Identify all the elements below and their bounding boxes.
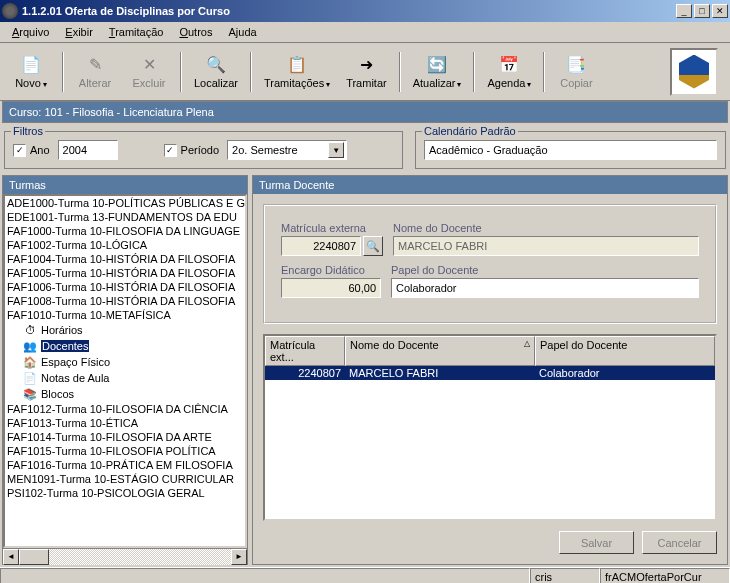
turmas-header: Turmas [3,176,247,194]
magnifier-icon: 🔍 [366,240,380,253]
ano-input[interactable] [58,140,118,160]
periodo-select[interactable]: 2o. Semestre ▼ [227,140,347,160]
people-icon: 👥 [23,339,37,353]
list-item[interactable]: FAF1013-Turma 10-ÉTICA [5,416,245,430]
scroll-left-button[interactable]: ◄ [3,549,19,565]
institution-logo [670,48,718,96]
minimize-button[interactable]: _ [676,4,692,18]
forward-icon: ➜ [356,55,376,75]
new-icon: 📄 [21,55,41,75]
papel-input[interactable] [391,278,699,298]
cancelar-button[interactable]: Cancelar [642,531,717,554]
calendar-icon: 📅 [499,55,519,75]
status-user: cris [530,568,600,583]
list-item[interactable]: FAF1010-Turma 10-METAFÍSICA [5,308,245,322]
calendario-input[interactable] [424,140,717,160]
list-item[interactable]: FAF1015-Turma 10-FILOSOFIA POLÍTICA [5,444,245,458]
delete-icon: ✕ [139,55,159,75]
salvar-button[interactable]: Salvar [559,531,634,554]
menubar: Arquivo Exibir Tramitação Outros Ajuda [0,22,730,43]
scroll-thumb[interactable] [19,549,49,565]
docentes-item[interactable]: 👥Docentes [5,338,245,354]
window-title: 1.1.2.01 Oferta de Disciplinas por Curso [22,5,676,17]
filtros-legend: Filtros [11,125,45,137]
list-item[interactable]: FAF1008-Turma 10-HISTÓRIA DA FILOSOFIA [5,294,245,308]
menu-outros[interactable]: Outros [171,24,220,40]
encargo-input[interactable] [281,278,381,298]
horarios-item[interactable]: ⏱Horários [5,322,245,338]
dropdown-icon: ▼ [328,142,344,158]
list-item[interactable]: MEN1091-Turma 10-ESTÁGIO CURRICULAR [5,472,245,486]
col-matricula[interactable]: Matrícula ext... [265,336,345,366]
list-icon: 📋 [287,55,307,75]
scroll-right-button[interactable]: ► [231,549,247,565]
copy-icon: 📑 [566,55,586,75]
list-item[interactable]: FAF1005-Turma 10-HISTÓRIA DA FILOSOFIA [5,266,245,280]
list-item[interactable]: EDE1001-Turma 13-FUNDAMENTOS DA EDU [5,210,245,224]
nome-input [393,236,699,256]
matricula-label: Matrícula externa [281,222,383,234]
list-item[interactable]: FAF1014-Turma 10-FILOSOFIA DA ARTE [5,430,245,444]
list-item[interactable]: FAF1016-Turma 10-PRÁTICA EM FILOSOFIA [5,458,245,472]
papel-label: Papel do Docente [391,264,699,276]
menu-arquivo[interactable]: Arquivo [4,24,57,40]
building-icon: 🏠 [23,355,37,369]
maximize-button[interactable]: □ [694,4,710,18]
edit-icon: ✎ [85,55,105,75]
matricula-input[interactable] [281,236,361,256]
docentes-grid[interactable]: Matrícula ext... Nome do Docente△ Papel … [263,334,717,521]
list-item[interactable]: PSI102-Turma 10-PSICOLOGIA GERAL [5,486,245,500]
turmas-panel: Turmas ADE1000-Turma 10-POLÍTICAS PÚBLIC… [2,175,248,565]
col-papel[interactable]: Papel do Docente [535,336,715,366]
filtros-fieldset: Filtros ✓Ano ✓Período 2o. Semestre ▼ [4,131,403,169]
titlebar: 1.1.2.01 Oferta de Disciplinas por Curso… [0,0,730,22]
toolbar: 📄Novo▾ ✎Alterar ✕Excluir 🔍Localizar 📋Tra… [0,43,730,101]
list-item[interactable]: ADE1000-Turma 10-POLÍTICAS PÚBLICAS E G [5,196,245,210]
localizar-button[interactable]: 🔍Localizar [188,53,244,91]
calendario-fieldset: Calendário Padrão [415,131,726,169]
grid-header: Matrícula ext... Nome do Docente△ Papel … [265,336,715,366]
encargo-label: Encargo Didático [281,264,381,276]
h-scrollbar[interactable]: ◄ ► [3,548,247,564]
table-row[interactable]: 2240807 MARCELO FABRI Colaborador [265,366,715,380]
nome-label: Nome do Docente [393,222,699,234]
docente-header: Turma Docente [253,176,727,194]
statusbar: cris frACMOfertaPorCur [0,567,730,583]
tramitacoes-button[interactable]: 📋Tramitações▾ [258,53,336,91]
close-button[interactable]: ✕ [712,4,728,18]
app-icon [2,3,18,19]
copiar-button[interactable]: 📑Copiar [551,53,601,91]
list-item[interactable]: FAF1002-Turma 10-LÓGICA [5,238,245,252]
menu-ajuda[interactable]: Ajuda [220,24,264,40]
blocos-item[interactable]: 📚Blocos [5,386,245,402]
col-nome[interactable]: Nome do Docente△ [345,336,535,366]
clock-icon: ⏱ [23,323,37,337]
ano-checkbox[interactable]: ✓Ano [13,144,50,157]
espaco-item[interactable]: 🏠Espaço Físico [5,354,245,370]
menu-exibir[interactable]: Exibir [57,24,101,40]
calendario-legend: Calendário Padrão [422,125,518,137]
lookup-button[interactable]: 🔍 [363,236,383,256]
atualizar-button[interactable]: 🔄Atualizar▾ [407,53,468,91]
status-form: frACMOfertaPorCur [600,568,730,583]
menu-tramitacao[interactable]: Tramitação [101,24,172,40]
turmas-tree[interactable]: ADE1000-Turma 10-POLÍTICAS PÚBLICAS E G … [3,194,247,548]
docente-panel: Turma Docente Matrícula externa 🔍 Nome d… [252,175,728,565]
periodo-checkbox[interactable]: ✓Período [164,144,220,157]
list-item[interactable]: FAF1000-Turma 10-FILOSOFIA DA LINGUAGE [5,224,245,238]
notas-item[interactable]: 📄Notas de Aula [5,370,245,386]
search-icon: 🔍 [206,55,226,75]
novo-button[interactable]: 📄Novo▾ [6,53,56,91]
refresh-icon: 🔄 [427,55,447,75]
book-icon: 📚 [23,387,37,401]
list-item[interactable]: FAF1004-Turma 10-HISTÓRIA DA FILOSOFIA [5,252,245,266]
tramitar-button[interactable]: ➜Tramitar [340,53,393,91]
list-item[interactable]: FAF1006-Turma 10-HISTÓRIA DA FILOSOFIA [5,280,245,294]
agenda-button[interactable]: 📅Agenda▾ [481,53,537,91]
doc-icon: 📄 [23,371,37,385]
list-item[interactable]: FAF1012-Turma 10-FILOSOFIA DA CIÊNCIA [5,402,245,416]
curso-label: Curso: 101 - Filosofia - Licenciatura Pl… [2,101,728,123]
excluir-button[interactable]: ✕Excluir [124,53,174,91]
alterar-button[interactable]: ✎Alterar [70,53,120,91]
